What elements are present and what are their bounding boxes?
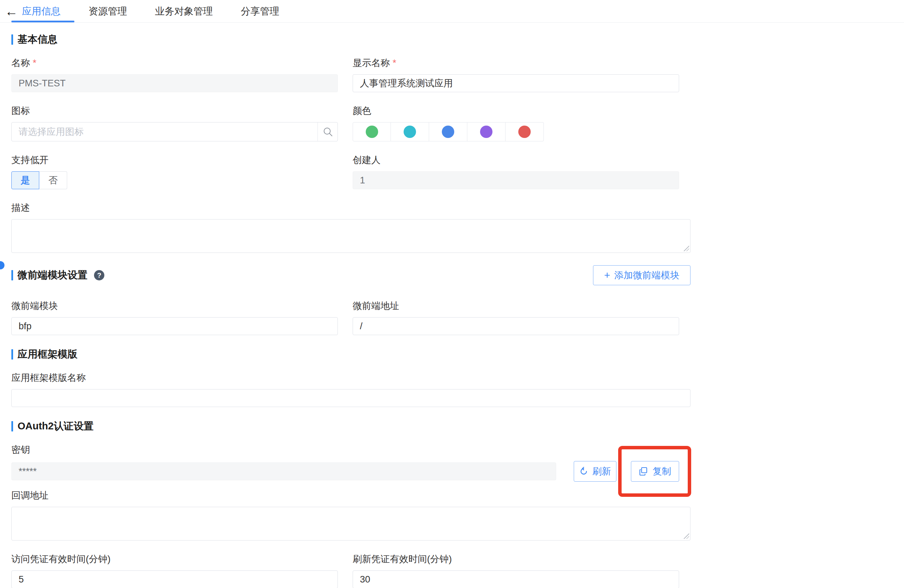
color-swatch-purple[interactable] xyxy=(467,122,506,142)
description-textarea[interactable] xyxy=(11,219,691,253)
framework-template-name-label: 应用框架模版名称 xyxy=(11,372,691,384)
name-input xyxy=(11,74,338,92)
creator-label: 创建人 xyxy=(352,154,679,166)
field-micro-frontend-address: 微前端地址 xyxy=(352,300,679,335)
field-framework-template-name: 应用框架模版名称 xyxy=(11,372,691,407)
section-title-text: 基本信息 xyxy=(17,33,57,46)
field-low-code-support: 支持低开 是 否 xyxy=(11,154,338,189)
icon-search-addon[interactable] xyxy=(318,123,338,141)
section-title-oauth2: OAuth2认证设置 xyxy=(11,419,691,433)
refresh-secret-button[interactable]: 刷新 xyxy=(574,461,616,482)
access-token-ttl-label: 访问凭证有效时间(分钟) xyxy=(11,553,338,565)
field-refresh-token-ttl: 刷新凭证有效时间(分钟) xyxy=(352,553,679,588)
field-creator: 创建人 xyxy=(352,154,679,189)
color-swatch-red[interactable] xyxy=(506,122,544,142)
section-title-micro-frontend: 微前端模块设置 ? xyxy=(11,268,104,282)
icon-input[interactable] xyxy=(12,123,318,141)
secret-label: 密钥 xyxy=(11,443,691,456)
color-label: 颜色 xyxy=(352,105,679,117)
section-title-basic-info: 基本信息 xyxy=(11,33,691,46)
back-arrow-icon[interactable]: ← xyxy=(5,5,21,18)
framework-template-name-input[interactable] xyxy=(11,389,691,407)
tab-share-management[interactable]: 分享管理 xyxy=(239,5,281,18)
field-micro-frontend-module: 微前端模块 xyxy=(11,300,338,335)
field-display-name: 显示名称 * xyxy=(352,57,679,92)
color-dot xyxy=(480,126,493,138)
creator-input xyxy=(352,171,679,189)
access-token-ttl-input[interactable] xyxy=(11,571,338,588)
copy-icon xyxy=(639,467,648,476)
section-micro-frontend-header: 微前端模块设置 ? + 添加微前端模块 xyxy=(11,265,691,285)
form-content: 基本信息 名称 * 显示名称 * 图标 xyxy=(0,23,691,588)
color-dot xyxy=(442,126,454,138)
micro-frontend-module-label: 微前端模块 xyxy=(11,300,338,312)
required-asterisk: * xyxy=(393,58,397,68)
section-bar xyxy=(11,421,13,432)
field-name: 名称 * xyxy=(11,57,338,92)
toggle-yes-button[interactable]: 是 xyxy=(11,171,39,189)
display-name-input[interactable] xyxy=(352,74,679,92)
field-access-token-ttl: 访问凭证有效时间(分钟) xyxy=(11,553,338,588)
required-asterisk: * xyxy=(33,58,36,68)
color-swatch-green[interactable] xyxy=(352,122,391,142)
section-title-text: 微前端模块设置 xyxy=(17,268,87,282)
callback-address-textarea[interactable] xyxy=(11,507,691,541)
callback-address-label: 回调地址 xyxy=(11,489,691,501)
refresh-token-ttl-input[interactable] xyxy=(352,571,679,588)
copy-button-area: 复制 xyxy=(631,461,679,482)
help-icon[interactable]: ? xyxy=(94,270,104,281)
section-bar xyxy=(11,270,13,281)
copy-secret-button[interactable]: 复制 xyxy=(631,461,679,482)
color-dot xyxy=(404,126,416,138)
tab-bar: ← 应用信息 资源管理 业务对象管理 分享管理 xyxy=(0,0,904,23)
refresh-icon xyxy=(579,467,588,476)
name-label: 名称 * xyxy=(11,57,338,69)
secret-row: 刷新 复制 xyxy=(11,461,691,482)
field-callback-address: 回调地址 xyxy=(11,489,691,541)
display-name-label: 显示名称 * xyxy=(352,57,679,69)
micro-frontend-address-label: 微前端地址 xyxy=(352,300,679,312)
floating-helper-dot xyxy=(0,261,5,270)
low-code-label: 支持低开 xyxy=(11,154,338,166)
add-micro-frontend-button[interactable]: + 添加微前端模块 xyxy=(593,265,691,285)
color-swatch-blue[interactable] xyxy=(429,122,467,142)
tab-app-info[interactable]: 应用信息 xyxy=(21,5,62,18)
field-icon: 图标 xyxy=(11,105,338,142)
refresh-token-ttl-label: 刷新凭证有效时间(分钟) xyxy=(352,553,679,565)
section-title-framework: 应用框架模版 xyxy=(11,347,691,361)
tab-resource-management[interactable]: 资源管理 xyxy=(87,5,128,18)
field-color: 颜色 xyxy=(352,105,679,142)
color-dot xyxy=(518,126,531,138)
color-swatch-group xyxy=(352,122,679,142)
secret-input xyxy=(11,462,556,480)
active-tab-underline xyxy=(11,20,74,22)
low-code-toggle: 是 否 xyxy=(11,171,338,189)
color-dot xyxy=(366,126,378,138)
micro-frontend-address-input[interactable] xyxy=(352,317,679,335)
section-title-text: 应用框架模版 xyxy=(17,347,77,361)
search-icon xyxy=(323,127,333,137)
toggle-no-button[interactable]: 否 xyxy=(39,171,67,189)
section-bar xyxy=(11,35,13,45)
tab-business-object-management[interactable]: 业务对象管理 xyxy=(153,5,214,18)
section-bar xyxy=(11,349,13,359)
field-description: 描述 xyxy=(11,202,691,253)
color-swatch-cyan[interactable] xyxy=(391,122,429,142)
icon-picker[interactable] xyxy=(11,122,338,142)
icon-label: 图标 xyxy=(11,105,338,117)
micro-frontend-module-input[interactable] xyxy=(11,317,338,335)
plus-icon: + xyxy=(604,270,610,281)
section-title-text: OAuth2认证设置 xyxy=(17,419,94,433)
description-label: 描述 xyxy=(11,202,691,214)
